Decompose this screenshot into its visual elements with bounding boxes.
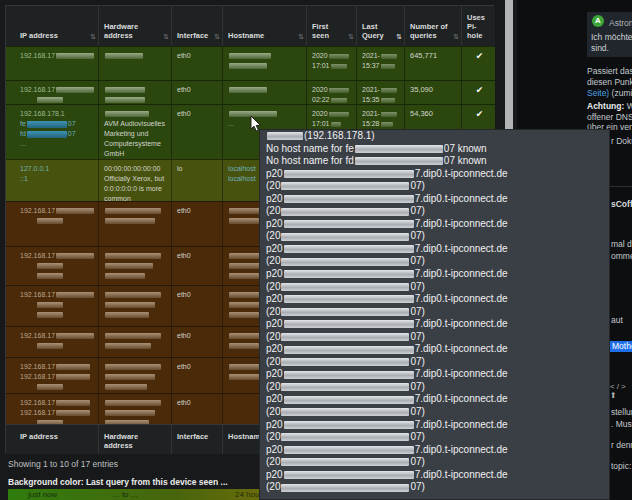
tooltip-line: (2007) (260, 481, 609, 494)
redacted-blur (56, 374, 90, 380)
column-header-uses-pi-hole[interactable]: Uses Pi-hole (461, 6, 495, 46)
tooltip-line: p207.dip0.t-ipconnect.de (260, 218, 609, 231)
redacted-blur (329, 112, 349, 117)
tooltip-line: (2007) (260, 406, 609, 419)
sort-icon[interactable]: ⇅ (396, 32, 402, 41)
cell-text: 127.0.0.1 (20, 164, 49, 174)
column-header-number-of-queries[interactable]: Number of queries⇅ (404, 6, 461, 46)
column-header-first-seen[interactable]: First seen⇅ (306, 6, 356, 46)
redacted-blur (105, 302, 155, 308)
uses-cell: ✔ (461, 81, 495, 104)
quote-text-line: Ich möchte (591, 32, 632, 42)
redacted-blur (281, 182, 409, 190)
cell-text: 2020 (312, 51, 328, 61)
redacted-blur (229, 302, 261, 308)
ip-cell: 127.0.0.1::1 (6, 160, 98, 201)
column-header-ip-address: IP address (6, 425, 98, 454)
redacted-blur (284, 346, 414, 354)
composer-toolbar[interactable]: </> ⬆ (610, 382, 632, 400)
ip-cell: 192.168.17 (6, 81, 98, 104)
cell-text: 15:28 (362, 119, 380, 129)
sort-icon[interactable]: ⇅ (298, 32, 304, 41)
redacted-blur (281, 408, 409, 416)
cell-text: 0:0:0:0:0:0 is more (104, 184, 162, 194)
cell-text: 192.168.17 (20, 251, 55, 261)
redacted-blur (229, 292, 263, 298)
column-label: Hardware address (104, 22, 161, 40)
tooltip-line: (2007) (260, 255, 609, 268)
tooltip-line: p207.dip0.t-ipconnect.de (260, 419, 609, 432)
cell-text: 192.168.17 (20, 206, 55, 216)
text-fragment: r denn (611, 440, 632, 450)
mouse-cursor (250, 115, 262, 133)
column-label: Hostname (228, 31, 296, 40)
host-cell (222, 47, 306, 80)
selected-link[interactable]: Mothe (610, 341, 632, 352)
cell-text: GmbH (104, 149, 124, 159)
tooltip-line: p207.dip0.t-ipconnect.de (260, 293, 609, 306)
avatar[interactable]: A (592, 15, 604, 27)
redacted-blur (37, 263, 63, 269)
tooltip-line: p207.dip0.t-ipconnect.de (260, 469, 609, 482)
hw-cell (98, 202, 171, 246)
redacted-blur (105, 111, 149, 117)
redacted-blur (329, 54, 349, 59)
iface-cell: eth0 (171, 247, 222, 285)
iface-cell: eth0 (171, 81, 222, 104)
sort-icon[interactable]: ⇅ (453, 32, 459, 41)
cell-text: localhost (228, 174, 256, 184)
cell-text: 2020 (312, 85, 328, 95)
redacted-blur (229, 333, 263, 339)
redacted-blur (229, 87, 267, 93)
ip-cell: 192.168.178.1fe07fd07... (6, 105, 98, 159)
column-header-hardware-address[interactable]: Hardware address⇅ (98, 6, 171, 46)
redacted-blur (284, 245, 414, 253)
seite-link[interactable]: Seite) (587, 88, 609, 98)
tooltip-line: p207.dip0.t-ipconnect.de (260, 343, 609, 356)
column-header-hostname[interactable]: Hostname⇅ (222, 6, 306, 46)
sort-icon[interactable]: ⇅ (348, 32, 354, 41)
hostname-tooltip: (192.168.178.1)No host name for fe07 kno… (259, 129, 610, 500)
achtung-bold: Achtung: (587, 101, 624, 111)
sort-icon[interactable]: ⇅ (163, 32, 169, 41)
tooltip-line: (192.168.178.1) (260, 130, 609, 143)
redacted-blur (281, 484, 409, 492)
column-header-interface[interactable]: Interface⇅ (171, 6, 222, 46)
cell-text: Computersysteme (104, 139, 161, 149)
first-cell: 202002:22 (306, 81, 356, 104)
redacted-blur (37, 312, 63, 318)
tooltip-line: p207.dip0.t-ipconnect.de (260, 268, 609, 281)
tooltip-line: No host name for fe07 known (260, 143, 609, 156)
code-icon[interactable]: </> ⬆ (610, 382, 628, 400)
redacted-blur (284, 421, 414, 429)
cell-text: common (104, 194, 131, 201)
cell-text: 17:01 (312, 61, 330, 71)
sort-icon[interactable]: ⇅ (90, 32, 96, 41)
column-header-ip-address[interactable]: IP address⇅ (6, 6, 98, 46)
redacted-blur (267, 132, 303, 140)
redacted-blur (229, 53, 271, 59)
column-header-last-query[interactable]: Last Query⇅ (356, 6, 404, 46)
redacted-blur (381, 64, 395, 69)
redacted-blur (56, 253, 94, 259)
uses-cell: ✔ (461, 47, 495, 80)
redacted-blur (56, 208, 94, 214)
tooltip-line: p207.dip0.t-ipconnect.de (260, 193, 609, 206)
post-text: Wi (624, 101, 632, 111)
cell-text: 2020 (312, 109, 328, 119)
redacted-blur (56, 53, 94, 59)
redacted-blur (105, 364, 161, 370)
redacted-blur (56, 410, 90, 416)
queries-cell: 645,771 (404, 47, 461, 80)
post-text-line: diesen Punkt (587, 77, 632, 87)
cell-text: 192.168.17 (20, 290, 55, 300)
redacted-blur (355, 157, 443, 165)
cell-text: localhost (228, 164, 256, 174)
sort-icon[interactable]: ⇅ (214, 32, 220, 41)
redacted-blur (56, 333, 94, 339)
cell-text: ... (20, 139, 26, 149)
redacted-blur (281, 433, 409, 441)
redacted-blur (229, 273, 259, 279)
hw-cell (98, 81, 171, 104)
uses-pihole-check-icon: ✔ (467, 109, 492, 119)
